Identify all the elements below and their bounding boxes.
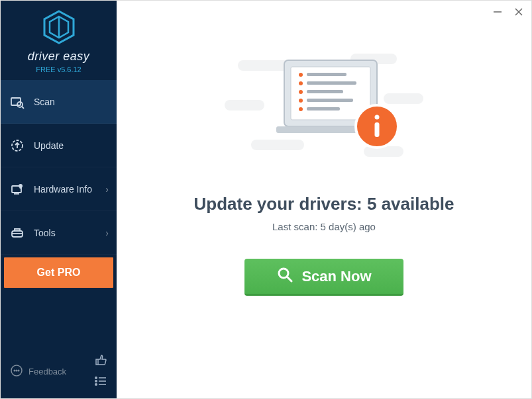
sidebar-item-scan[interactable]: Scan xyxy=(1,80,117,124)
window-controls xyxy=(492,6,525,18)
sidebar-item-update[interactable]: Update xyxy=(1,124,117,167)
sidebar-item-label: Hardware Info xyxy=(34,184,92,195)
get-pro-label: Get PRO xyxy=(37,267,81,279)
brand-name: driver easy xyxy=(1,50,117,64)
last-scan-text: Last scan: 5 day(s) ago xyxy=(272,221,376,232)
headline-text: Update your drivers: 5 available xyxy=(193,194,454,214)
svg-rect-30 xyxy=(251,140,304,150)
svg-rect-42 xyxy=(307,99,353,102)
svg-rect-47 xyxy=(375,122,380,137)
feedback-label: Feedback xyxy=(28,367,66,377)
scan-icon xyxy=(10,95,25,109)
close-button[interactable] xyxy=(513,6,525,18)
minimize-button[interactable] xyxy=(492,6,504,18)
svg-rect-44 xyxy=(307,107,340,111)
svg-rect-40 xyxy=(307,90,343,93)
svg-point-22 xyxy=(95,380,97,382)
sidebar: driver easy FREE v5.6.12 Scan xyxy=(1,1,117,398)
scan-button-label: Scan Now xyxy=(301,268,371,285)
svg-point-35 xyxy=(299,73,303,77)
main-panel: Update your drivers: 5 available Last sc… xyxy=(117,1,531,398)
hardware-info-icon: i xyxy=(10,182,25,197)
sidebar-item-label: Scan xyxy=(34,97,55,107)
laptop-illustration xyxy=(218,40,430,175)
feedback-icon xyxy=(10,364,23,379)
svg-point-37 xyxy=(299,81,303,85)
sidebar-item-hardware-info[interactable]: i Hardware Info › xyxy=(1,167,117,211)
svg-point-48 xyxy=(279,269,288,278)
sidebar-item-label: Tools xyxy=(34,228,56,238)
svg-point-43 xyxy=(299,107,303,111)
svg-point-39 xyxy=(299,90,303,94)
feedback-button[interactable]: Feedback xyxy=(10,364,66,379)
thumbs-up-icon[interactable] xyxy=(94,353,107,369)
svg-point-18 xyxy=(16,370,17,371)
logo-icon xyxy=(1,10,117,47)
search-icon xyxy=(276,266,293,287)
svg-rect-38 xyxy=(307,81,356,85)
sidebar-nav: Scan Update i xyxy=(1,80,117,255)
svg-line-49 xyxy=(288,277,292,281)
scan-now-button[interactable]: Scan Now xyxy=(244,259,403,296)
list-menu-icon[interactable] xyxy=(94,376,107,389)
svg-point-7 xyxy=(17,102,23,107)
svg-line-8 xyxy=(22,107,24,109)
svg-point-41 xyxy=(299,99,303,103)
svg-rect-29 xyxy=(384,93,423,104)
sidebar-item-tools[interactable]: Tools › xyxy=(1,211,117,255)
sidebar-footer: Feedback xyxy=(1,347,117,398)
footer-icons xyxy=(94,353,107,389)
logo-area: driver easy FREE v5.6.12 xyxy=(1,1,117,80)
chevron-right-icon: › xyxy=(105,184,109,195)
svg-point-46 xyxy=(375,115,380,120)
svg-rect-28 xyxy=(225,100,264,111)
chevron-right-icon: › xyxy=(105,228,109,238)
update-icon xyxy=(10,138,25,153)
brand-version: FREE v5.6.12 xyxy=(1,66,117,73)
svg-point-17 xyxy=(14,370,15,371)
svg-rect-36 xyxy=(307,73,346,76)
sidebar-item-label: Update xyxy=(34,140,64,151)
svg-point-24 xyxy=(95,384,97,385)
get-pro-button[interactable]: Get PRO xyxy=(4,257,113,288)
svg-point-19 xyxy=(18,370,19,371)
svg-point-20 xyxy=(95,377,97,378)
svg-rect-26 xyxy=(238,60,291,71)
app-window: driver easy FREE v5.6.12 Scan xyxy=(1,1,531,398)
tools-icon xyxy=(10,226,25,240)
